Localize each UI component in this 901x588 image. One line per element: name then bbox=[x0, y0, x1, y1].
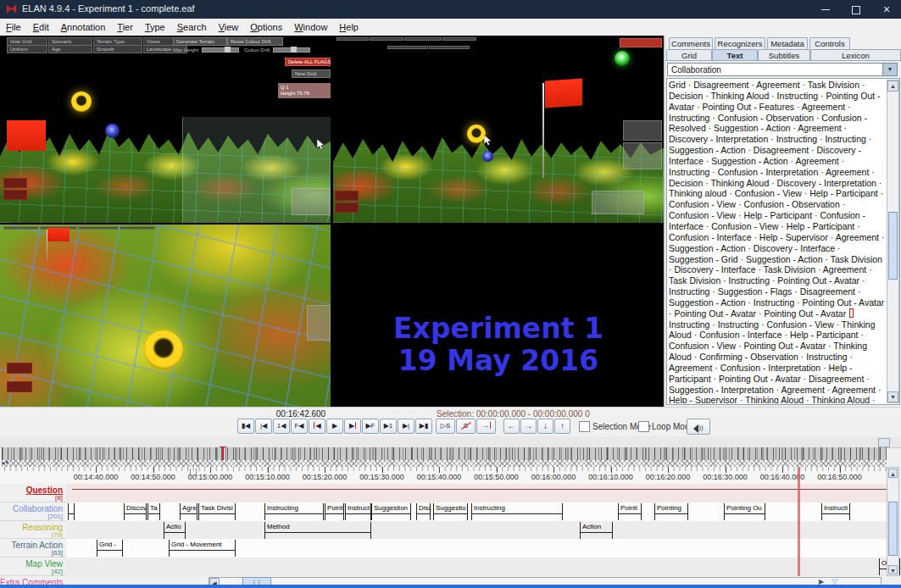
menu-window[interactable]: Window bbox=[288, 19, 333, 32]
scroll-up-icon[interactable]: ▲ bbox=[888, 469, 898, 478]
menu-type[interactable]: Type bbox=[139, 19, 171, 32]
frame-left-button[interactable]: F◀ bbox=[291, 419, 308, 434]
text-scrollbar[interactable]: ▲ ▼ bbox=[887, 80, 899, 403]
tier-row-map-view[interactable] bbox=[66, 557, 887, 576]
tab-lexicon[interactable]: Lexicon bbox=[810, 49, 901, 61]
annotation[interactable]: Instructing bbox=[264, 503, 324, 520]
annotation[interactable]: Actio bbox=[164, 522, 186, 539]
frame-right-button[interactable]: ▶F bbox=[362, 419, 379, 434]
tab-subtitles[interactable]: Subtitles bbox=[758, 49, 810, 61]
window-close-button[interactable]: × bbox=[872, 0, 901, 19]
tier-row-reasoning[interactable] bbox=[66, 521, 887, 539]
menu-file[interactable]: File bbox=[0, 19, 27, 32]
annotation[interactable]: Suggestion bbox=[371, 503, 411, 520]
clear-selection-button[interactable]: S bbox=[456, 419, 476, 434]
menu-search[interactable]: Search bbox=[171, 19, 213, 32]
window-maximize-button[interactable] bbox=[842, 0, 870, 19]
previous-scrollview-button[interactable]: |◀ bbox=[255, 419, 272, 434]
tab-controls[interactable]: Controls bbox=[809, 37, 850, 49]
second-right-button[interactable]: ▶1 bbox=[380, 419, 397, 434]
text-scrollbar-thumb[interactable] bbox=[888, 212, 898, 280]
tier-row-question[interactable] bbox=[66, 484, 887, 502]
video-panel-top-right[interactable] bbox=[333, 36, 664, 223]
annotation[interactable]: Disa bbox=[416, 503, 431, 520]
active-annotation-right-button[interactable]: → bbox=[520, 419, 537, 434]
tier-label-collaboration[interactable]: Collaboration[201] bbox=[0, 502, 66, 521]
max-height-slider[interactable] bbox=[202, 47, 239, 53]
annotation[interactable]: Ta bbox=[147, 503, 160, 520]
pixel-right-button[interactable]: ▶ bbox=[344, 419, 361, 434]
menu-options[interactable]: Options bbox=[244, 19, 288, 32]
loop-mode-checkbox[interactable] bbox=[638, 421, 649, 432]
annotation-up-button[interactable]: ↑ bbox=[554, 419, 570, 434]
flag-button[interactable] bbox=[620, 38, 662, 47]
second-left-button[interactable]: 1◀ bbox=[273, 419, 290, 434]
mini-button[interactable] bbox=[3, 178, 27, 188]
scroll-down-icon[interactable]: ▼ bbox=[888, 565, 898, 574]
annotation-density-bar[interactable] bbox=[2, 447, 887, 460]
delete-all-flags-button[interactable]: Delete ALL FLAGS bbox=[285, 58, 331, 66]
annotation[interactable]: Agre bbox=[180, 503, 197, 520]
scroll-up-icon[interactable]: ▲ bbox=[887, 80, 898, 92]
annotation[interactable]: Suggestio bbox=[433, 503, 468, 520]
tab-comments[interactable]: Comments bbox=[669, 37, 713, 49]
annotation[interactable]: Pointi bbox=[618, 503, 642, 520]
menu-tier[interactable]: Tier bbox=[111, 19, 139, 32]
tier-label-reasoning[interactable]: Reasoning[79] bbox=[0, 521, 66, 539]
menu-annotation[interactable]: Annotation bbox=[55, 19, 112, 32]
crosshair-in-selection-button[interactable]: → bbox=[476, 419, 496, 434]
scroll-down-icon[interactable]: ▼ bbox=[887, 391, 898, 402]
game-toolbar[interactable] bbox=[3, 226, 155, 230]
mini-button[interactable] bbox=[3, 190, 27, 200]
ruler-drag-handle[interactable] bbox=[190, 469, 197, 476]
time-ruler[interactable]: 00:14:40.00000:14:50.00000:15:00.00000:1… bbox=[0, 467, 887, 485]
annotation[interactable]: Pointi bbox=[325, 503, 344, 520]
tier-label-map-view[interactable]: Map View[42] bbox=[0, 557, 66, 576]
annotation[interactable]: Pointing Ou bbox=[724, 503, 765, 520]
zoom-arrows-icon[interactable]: ▴▾ bbox=[2, 459, 9, 466]
selection-mode-checkbox[interactable] bbox=[579, 421, 590, 432]
tier-label-question[interactable]: Question[8] bbox=[0, 484, 66, 502]
next-scrollview-button[interactable]: ▶| bbox=[398, 419, 414, 434]
annotation[interactable]: Method bbox=[264, 522, 371, 539]
menu-edit[interactable]: Edit bbox=[27, 19, 55, 32]
play-pause-button[interactable]: ▶ bbox=[326, 419, 343, 434]
volume-icon[interactable]: )) bbox=[687, 419, 710, 435]
go-to-begin-button[interactable]: ▮◀ bbox=[237, 419, 254, 434]
generate-terrain-button[interactable]: Generate Terrain bbox=[173, 37, 227, 46]
pixel-left-button[interactable]: ◀ bbox=[309, 419, 325, 434]
mini-button[interactable] bbox=[7, 381, 32, 392]
annotation[interactable]: Grid - bbox=[97, 540, 123, 557]
mini-button[interactable] bbox=[7, 363, 32, 374]
reset-colour-drift-button[interactable]: Reset Colour Drift bbox=[227, 37, 283, 46]
tier-select-dropdown[interactable]: Collaboration ▼ bbox=[667, 63, 898, 76]
go-to-end-button[interactable]: ▶▮ bbox=[415, 419, 432, 434]
colour-drift-slider[interactable] bbox=[273, 47, 310, 53]
timeline-vertical-scrollbar[interactable]: ▲ ▼ bbox=[887, 467, 899, 576]
menu-help[interactable]: Help bbox=[333, 19, 364, 32]
annotation[interactable]: Pointing bbox=[654, 503, 688, 520]
annotation[interactable]: Discov bbox=[124, 503, 147, 520]
annotation[interactable] bbox=[68, 503, 75, 520]
tab-grid[interactable]: Grid bbox=[666, 49, 712, 61]
chevron-down-icon[interactable]: ▼ bbox=[882, 64, 897, 75]
media-crosshair[interactable] bbox=[798, 467, 800, 576]
tab-text[interactable]: Text bbox=[712, 49, 758, 61]
play-selection-button[interactable]: ▷S bbox=[436, 419, 455, 434]
annotation[interactable]: Action bbox=[580, 522, 613, 539]
tier-label-terrain-action[interactable]: Terrain Action[63] bbox=[0, 539, 66, 557]
game-toolbar-values[interactable]: Uniform Age Smooth Landscape bbox=[7, 45, 187, 53]
video-panel-bottom-left[interactable] bbox=[0, 225, 331, 407]
annotation[interactable]: Instructing bbox=[471, 503, 563, 520]
text-viewer[interactable]: Grid · Disagreement · Agreement · Task D… bbox=[666, 78, 900, 405]
mini-button[interactable] bbox=[335, 191, 359, 201]
annotation[interactable]: Task Divisi bbox=[198, 503, 236, 520]
annotation[interactable]: Instructi bbox=[821, 503, 850, 520]
timeline-mini-button[interactable] bbox=[878, 438, 890, 447]
annotation-down-button[interactable]: ↓ bbox=[537, 419, 553, 434]
new-grid-button[interactable]: New Grid bbox=[292, 69, 331, 78]
density-cursor[interactable] bbox=[222, 447, 224, 461]
window-minimize-button[interactable] bbox=[811, 0, 840, 19]
active-annotation-left-button[interactable]: ← bbox=[503, 419, 520, 434]
mini-button[interactable] bbox=[335, 202, 359, 213]
